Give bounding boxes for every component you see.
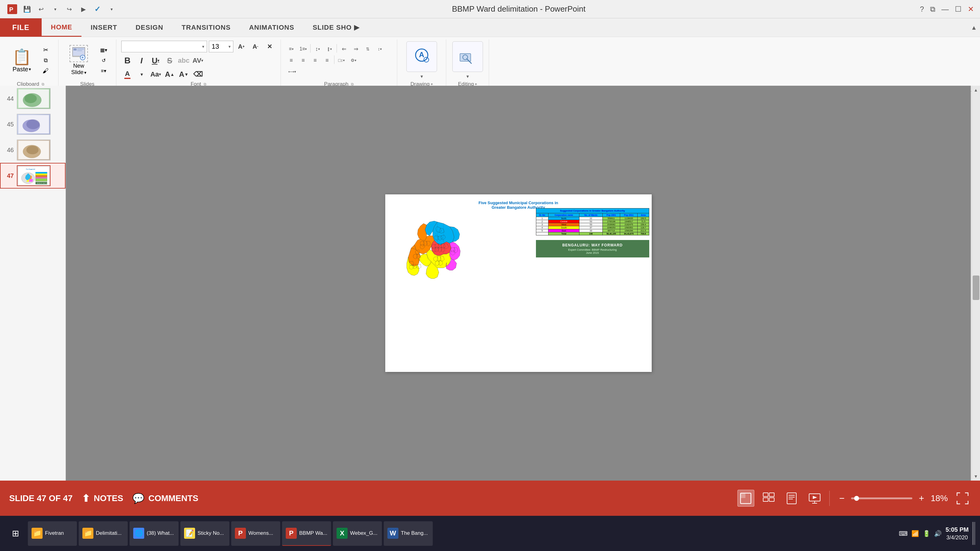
columns-button[interactable]: ⫿▾ [324, 44, 335, 54]
increase-indent-button[interactable]: ⇐ [339, 44, 350, 54]
reset-button[interactable]: ↺ [96, 56, 111, 65]
normal-view-button[interactable] [737, 490, 754, 507]
fit-slide-button[interactable] [954, 490, 971, 507]
redo-button[interactable]: ↪ [63, 3, 75, 15]
tab-file[interactable]: FILE [0, 18, 41, 37]
tab-home[interactable]: HOME [41, 18, 81, 37]
font-shrink-button[interactable]: A▼ [178, 69, 190, 80]
taskbar-item-2[interactable]: 🌐(38) What... [130, 521, 178, 546]
zoom-slider[interactable] [851, 497, 912, 499]
slide-thumb-47[interactable]: 47 Five Suggested BENGALURU: [0, 163, 65, 189]
taskbar-item-0[interactable]: 📁Fivetran [28, 521, 77, 546]
font-grow-button[interactable]: A▲ [164, 69, 176, 80]
close-button[interactable]: ✕ [968, 5, 974, 13]
comments-button[interactable]: 💬 COMMENTS [132, 492, 198, 504]
copy-button[interactable]: ⧉ [38, 56, 53, 65]
decrease-indent-button[interactable]: ⇒ [350, 44, 361, 54]
text-box-button[interactable]: □↕▾ [336, 56, 347, 65]
tab-animations[interactable]: ANIMATIONS [240, 18, 304, 37]
align-right-button[interactable]: ≡ [310, 56, 321, 65]
undo-button[interactable]: ↩ [35, 3, 47, 15]
justify-button[interactable]: ≡ [321, 56, 332, 65]
reading-view-button[interactable] [783, 490, 800, 507]
align-left-button[interactable]: ≡ [286, 56, 297, 65]
paste-button[interactable]: 📋 Paste ▾ [8, 45, 35, 76]
editing-dropdown[interactable]: ▾ [466, 73, 469, 79]
slide-thumb-46[interactable]: 46 [0, 137, 65, 163]
minimize-button[interactable]: — [942, 5, 949, 13]
sound-icon[interactable]: 🔊 [934, 530, 942, 537]
zoom-out-button[interactable]: − [836, 492, 848, 505]
editing-icon-button[interactable] [452, 41, 483, 72]
start-button[interactable]: ⊞ [5, 522, 26, 545]
clear-format-button[interactable]: ✕ [263, 41, 275, 52]
increase-font-button[interactable]: A+ [235, 41, 247, 52]
slide-canvas[interactable]: Five Suggested Municipal Corporations in… [385, 194, 652, 372]
main-vertical-scrollbar[interactable]: ▲ ▼ [971, 86, 980, 481]
taskbar-item-7[interactable]: WThe Bang... [384, 521, 433, 546]
maximize-button[interactable]: ☐ [955, 5, 962, 13]
slide-thumb-45[interactable]: 45 [0, 111, 65, 137]
font-color-button[interactable]: A [121, 69, 134, 80]
zoom-in-button[interactable]: + [915, 492, 928, 505]
show-desktop-button[interactable] [972, 522, 975, 545]
line-spacing-button[interactable]: ↕▾ [312, 44, 323, 54]
taskbar-item-5[interactable]: PBBMP Wa... [282, 521, 331, 546]
slideshow-view-button[interactable] [807, 490, 823, 507]
tab-slideshow[interactable]: SLIDE SHO ▶ [304, 18, 369, 37]
tab-insert[interactable]: INSERT [81, 18, 126, 37]
main-scroll-down[interactable]: ▼ [972, 472, 980, 481]
taskbar-item-3[interactable]: 📝Sticky No... [180, 521, 229, 546]
undo-dropdown[interactable]: ▾ [49, 3, 61, 15]
slide-sorter-button[interactable] [760, 490, 777, 507]
italic-button[interactable]: I [135, 55, 148, 66]
rtl-button[interactable]: ⇅ [362, 44, 373, 54]
font-color-indicator [124, 78, 130, 79]
tab-transitions[interactable]: TRANSITIONS [172, 18, 240, 37]
shadow-button[interactable]: abc [178, 55, 190, 66]
tab-design[interactable]: DESIGN [126, 18, 172, 37]
convert-button[interactable]: ⟷▾ [286, 67, 299, 76]
bold-button[interactable]: B [121, 55, 134, 66]
new-slide-button[interactable]: + New Slide ▾ [64, 45, 94, 76]
decrease-font-button[interactable]: A- [249, 41, 261, 52]
numbered-list-button[interactable]: 1≡▾ [298, 44, 309, 54]
underline-button[interactable]: U▾ [150, 55, 162, 66]
taskbar-item-1[interactable]: 📁Delimitati... [79, 521, 128, 546]
drawing-dropdown[interactable]: ▾ [420, 73, 423, 79]
help-button[interactable]: ? [920, 5, 924, 13]
taskbar-item-4[interactable]: PWomens... [231, 521, 280, 546]
present-button[interactable]: ▶ [77, 3, 89, 15]
taskbar-item-6[interactable]: XWebex_G... [333, 521, 382, 546]
cut-button[interactable]: ✂ [38, 45, 53, 54]
eraser-button[interactable]: ⌫ [192, 69, 204, 80]
font-case-button[interactable]: Aa▾ [150, 69, 162, 80]
spacing-button[interactable]: AV▾ [192, 55, 204, 66]
network-icon[interactable]: 📶 [912, 530, 919, 537]
notes-button[interactable]: ⬆ NOTES [82, 492, 123, 504]
section-button[interactable]: ≡▾ [96, 66, 111, 75]
font-size-input[interactable]: 13 ▾ [209, 41, 233, 52]
layout-button[interactable]: ▦▾ [96, 45, 111, 54]
zoom-value[interactable]: 18% [931, 494, 948, 503]
save-button[interactable]: 💾 [21, 3, 33, 15]
customize-qa-button[interactable]: ▾ [105, 3, 118, 15]
ribbon-collapse-button[interactable]: ▲ [971, 24, 977, 31]
font-color-dropdown[interactable]: ▾ [135, 69, 148, 80]
keyboard-icon[interactable]: ⌨ [899, 530, 908, 537]
main-scroll-thumb[interactable] [973, 275, 979, 300]
ribbon-display-button[interactable]: ⧉ [930, 5, 935, 13]
zoom-slider-thumb[interactable] [854, 496, 859, 501]
smartart-button[interactable]: ⚙▾ [348, 56, 359, 65]
align-center-button[interactable]: ≡ [298, 56, 309, 65]
main-scroll-up[interactable]: ▲ [972, 86, 980, 94]
font-name-input[interactable]: ▾ [121, 41, 207, 52]
format-painter-button[interactable]: 🖌 [38, 66, 53, 75]
check-button[interactable]: ✓ [91, 3, 103, 15]
text-direction-button[interactable]: ↕▾ [374, 44, 385, 54]
clock[interactable]: 5:05 PM 3/4/2020 [945, 525, 969, 541]
drawing-icon-button[interactable]: A [406, 41, 437, 72]
bullet-list-button[interactable]: ≡▾ [286, 44, 297, 54]
strikethrough-button[interactable]: S [164, 55, 176, 66]
slide-thumb-44[interactable]: 44 [0, 86, 65, 111]
